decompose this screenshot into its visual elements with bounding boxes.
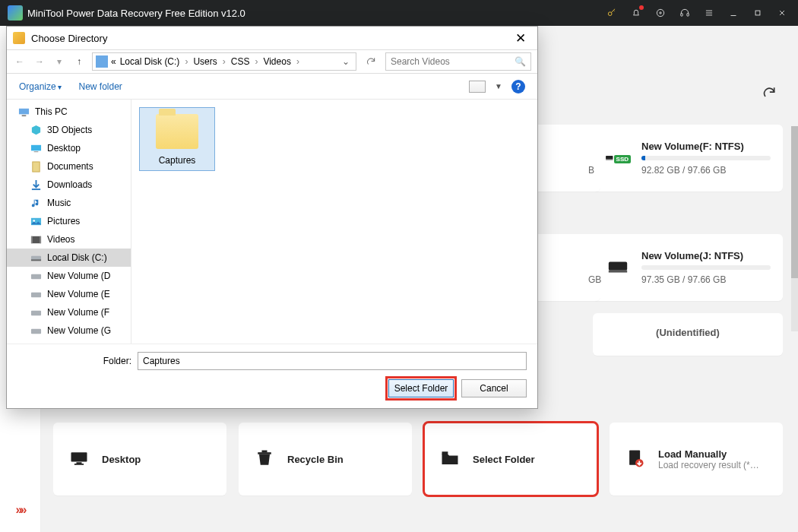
svg-rect-7 (606, 159, 613, 160)
svg-rect-8 (609, 262, 627, 271)
desktop-icon (68, 448, 91, 470)
svg-rect-26 (30, 236, 40, 242)
support-icon[interactable] (673, 2, 696, 24)
pc-icon (96, 55, 108, 68)
dialog-toolbar: Organize New folder ▼ ? (7, 74, 537, 100)
svg-rect-31 (30, 274, 40, 279)
tree-new-volume-d[interactable]: New Volume (D (7, 267, 131, 285)
tree-videos[interactable]: Videos (7, 230, 131, 249)
dialog-close-button[interactable]: ✕ (510, 30, 531, 46)
folder-contents[interactable]: Captures (131, 100, 537, 344)
search-input[interactable] (391, 56, 515, 67)
svg-rect-13 (258, 452, 271, 454)
tree-new-volume-f[interactable]: New Volume (F (7, 303, 131, 321)
select-folder-button[interactable]: Select Folder (388, 379, 454, 397)
drive-name: New Volume(J: NTFS) (641, 250, 771, 261)
quick-desktop[interactable]: Desktop (53, 423, 226, 496)
nav-up-icon[interactable]: ↑ (72, 55, 86, 68)
svg-rect-18 (18, 108, 28, 114)
view-options-button[interactable] (469, 81, 486, 93)
breadcrumb[interactable]: « Local Disk (C:)› Users› CSS› Videos› ⌄ (92, 52, 356, 71)
quick-recycle-bin[interactable]: Recycle Bin (239, 423, 412, 496)
load-subtitle: Load recovery result (*… (658, 460, 759, 470)
tree-music[interactable]: Music (7, 194, 131, 212)
folder-tree: This PC 3D Objects Desktop Documents Dow… (7, 100, 131, 344)
svg-rect-14 (262, 451, 268, 453)
svg-rect-3 (681, 14, 682, 16)
notifications-icon[interactable] (625, 2, 648, 24)
tree-local-disk-c[interactable]: Local Disk (C:) (7, 249, 131, 267)
vertical-scrollbar[interactable] (791, 126, 798, 331)
svg-rect-32 (30, 292, 40, 297)
tree-new-volume-g[interactable]: New Volume (G (7, 321, 131, 340)
folder-browse-icon (439, 448, 462, 470)
folder-item-label: Captures (143, 155, 211, 166)
svg-rect-9 (609, 271, 627, 273)
close-button[interactable] (771, 2, 793, 24)
svg-rect-28 (40, 236, 41, 242)
nav-refresh-icon[interactable] (363, 53, 379, 70)
help-icon[interactable]: ? (511, 80, 525, 93)
quick-load-manually[interactable]: Load Manually Load recovery result (*… (610, 423, 783, 496)
crumb-css[interactable]: CSS (229, 56, 252, 67)
svg-rect-5 (755, 11, 760, 15)
folder-icon (156, 114, 198, 149)
drive-name: New Volume(F: NTFS) (641, 141, 771, 152)
license-key-icon[interactable] (600, 2, 623, 24)
quick-select-folder[interactable]: Select Folder (424, 423, 597, 496)
tree-desktop[interactable]: Desktop (7, 139, 131, 157)
dialog-footer: Folder: Select Folder Cancel (7, 344, 537, 408)
drive-card-j[interactable]: New Volume(J: NTFS) 97.35 GB / 97.66 GB (593, 234, 783, 301)
view-dropdown-icon[interactable]: ▼ (495, 82, 502, 90)
minimize-button[interactable] (722, 2, 745, 24)
crumb-dropdown-icon[interactable]: ⌄ (339, 56, 353, 67)
hdd-drive-icon (605, 255, 631, 280)
drive-card-f[interactable]: SSD New Volume(F: NTFS) 92.82 GB / 97.66… (593, 125, 783, 192)
refresh-button[interactable] (762, 85, 777, 100)
crumb-users[interactable]: Users (191, 56, 219, 67)
svg-point-2 (660, 12, 661, 14)
dialog-title: Choose Directory (31, 33, 107, 44)
app-title: MiniTool Power Data Recovery Free Editio… (27, 8, 245, 19)
menu-icon[interactable] (698, 2, 720, 24)
folder-item-captures[interactable]: Captures (139, 107, 215, 171)
crumb-videos[interactable]: Videos (261, 56, 293, 67)
unidentified-card[interactable]: (Unidentified) (593, 313, 783, 356)
svg-rect-6 (606, 156, 613, 159)
recycle-bin-icon (254, 448, 277, 470)
app-titlebar: MiniTool Power Data Recovery Free Editio… (0, 0, 798, 26)
maximize-button[interactable] (746, 2, 769, 24)
new-folder-button[interactable]: New folder (78, 81, 122, 92)
disc-icon[interactable] (649, 2, 672, 24)
search-box[interactable]: 🔍 (385, 52, 531, 71)
folder-field-label: Folder: (17, 356, 131, 366)
svg-rect-15 (442, 451, 448, 454)
folder-field[interactable] (138, 352, 527, 370)
nav-back-icon[interactable]: ← (13, 55, 27, 68)
tree-3d-objects[interactable]: 3D Objects (7, 121, 131, 139)
dialog-nav-bar: ← → ▾ ↑ « Local Disk (C:)› Users› CSS› V… (7, 49, 537, 74)
svg-rect-20 (30, 144, 40, 150)
tree-downloads[interactable]: Downloads (7, 176, 131, 194)
load-title: Load Manually (658, 448, 759, 460)
svg-rect-4 (687, 14, 689, 16)
dialog-folder-icon (13, 32, 25, 44)
cancel-button[interactable]: Cancel (461, 379, 527, 397)
nav-recent-icon[interactable]: ▾ (52, 55, 66, 68)
svg-rect-19 (21, 115, 26, 116)
tree-documents[interactable]: Documents (7, 157, 131, 176)
nav-forward-icon[interactable]: → (33, 55, 46, 68)
crumb-local-disk[interactable]: Local Disk (C:) (118, 56, 182, 67)
search-icon: 🔍 (515, 56, 526, 67)
drive-size: 92.82 GB / 97.66 GB (641, 165, 771, 176)
expand-rail-icon[interactable]: »» (16, 503, 25, 517)
svg-rect-10 (71, 452, 87, 461)
tree-pictures[interactable]: Pictures (7, 212, 131, 230)
svg-rect-11 (77, 462, 82, 464)
dialog-titlebar: Choose Directory ✕ (7, 27, 537, 49)
load-file-icon (625, 448, 648, 470)
organize-menu[interactable]: Organize (19, 81, 62, 92)
tree-new-volume-e[interactable]: New Volume (E (7, 285, 131, 303)
tree-this-pc[interactable]: This PC (7, 103, 131, 121)
svg-point-1 (657, 9, 663, 16)
